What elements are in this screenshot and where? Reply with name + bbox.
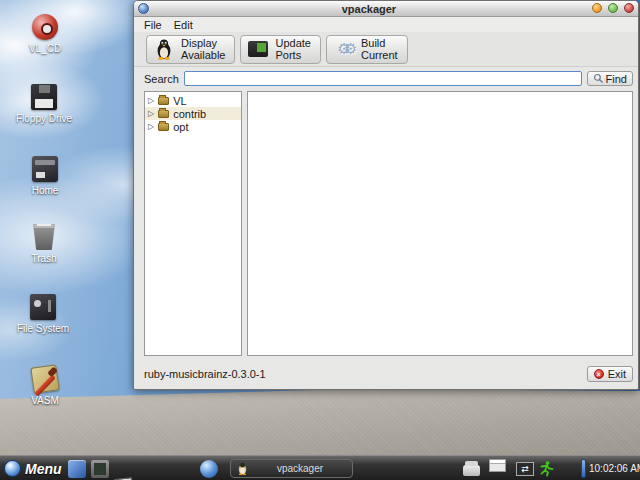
volume-slider[interactable] [581,459,586,478]
update-ports-button[interactable]: Update Ports [240,35,320,64]
web-browser-icon[interactable] [200,460,218,478]
minimize-button[interactable] [592,3,602,13]
desktop-icon-home[interactable]: Home [12,156,78,196]
expander-icon[interactable]: ▷ [148,110,154,118]
hard-disk-icon [30,294,56,320]
wallpaper-dune [0,385,640,455]
magnifier-icon [593,73,604,84]
desktop-icon-label: Home [32,185,59,196]
desktop-icon-label: Trash [31,253,56,264]
start-menu-button[interactable]: Menu [4,458,62,479]
desktop-icon-label: VASM [31,395,59,406]
tux-penguin-icon [237,462,248,475]
folder-icon [158,123,169,131]
package-icon[interactable] [68,460,86,478]
monitor-icon [247,38,269,60]
button-label: Update Ports [275,37,310,61]
network-monitor-icon[interactable]: ⇄ [516,462,534,476]
search-input[interactable] [184,71,582,86]
folder-icon [158,110,169,118]
vpackager-window: vpackager File Edit [133,0,639,390]
gears-icon: ⚙⚙ [333,38,355,60]
menu-edit[interactable]: Edit [174,19,193,31]
task-button-vpackager[interactable]: vpackager [230,459,353,478]
exit-icon: × [594,369,604,379]
titlebar-buttons [589,3,634,15]
exit-button[interactable]: × Exit [587,366,633,382]
search-label: Search [144,73,179,85]
task-button-label: vpackager [254,463,346,474]
find-label: Find [606,73,627,85]
menu-label: Menu [25,461,62,477]
maximize-button[interactable] [608,3,618,13]
desktop-icon-floppy-drive[interactable]: Floppy Drive [11,84,77,124]
window-title: vpackager [149,3,589,15]
floppy-disk-icon [31,84,57,110]
home-drive-icon [32,156,58,182]
desktop-icon-vasm[interactable]: VASM [12,366,78,406]
menubar: File Edit [134,17,638,32]
desktop-icon-label: File System [17,323,69,334]
display-settings-icon[interactable] [91,460,109,478]
cd-disc-icon [32,14,58,40]
expander-icon[interactable]: ▷ [148,97,154,105]
run-icon[interactable] [538,460,554,477]
folder-icon [158,97,169,105]
window-tray-icon[interactable] [489,459,506,472]
desktop-icon-label: VL_CD [29,43,61,54]
category-tree[interactable]: ▷ VL ▷ contrib ▷ opt [144,91,242,356]
removable-device-icon[interactable] [463,465,480,476]
statusbar: ruby-musicbrainz-0.3.0-1 × Exit [134,359,638,389]
menu-file[interactable]: File [144,19,162,31]
toolbar: Display Available Update Ports ⚙⚙ Build … [134,32,638,67]
find-button[interactable]: Find [587,71,633,86]
taskbar: Menu vpackager ⇄ 10:02:06 AM [0,455,640,480]
button-label: Display Available [181,37,225,61]
tree-item-vl[interactable]: ▷ VL [145,94,241,107]
taskbar-clock[interactable]: 10:02:06 AM [589,463,640,474]
desktop-icon-vl-cd[interactable]: VL_CD [12,14,78,54]
button-label: Build Current [361,37,398,61]
window-menu-icon[interactable] [138,3,149,14]
tree-item-opt[interactable]: ▷ opt [145,120,241,133]
search-row: Search Find [134,67,638,90]
tux-penguin-icon [153,38,175,60]
menu-orb-icon [4,460,21,477]
build-current-button[interactable]: ⚙⚙ Build Current [326,35,408,64]
expander-icon[interactable]: ▷ [148,123,154,131]
status-text: ruby-musicbrainz-0.3.0-1 [144,368,266,380]
trash-can-icon [31,224,57,250]
titlebar[interactable]: vpackager [134,1,638,17]
display-available-button[interactable]: Display Available [146,35,235,64]
tree-item-contrib[interactable]: ▷ contrib [145,107,241,120]
vasm-tools-icon [30,364,59,393]
desktop-icon-trash[interactable]: Trash [11,224,77,264]
desktop-icon-label: Floppy Drive [16,113,72,124]
close-button[interactable] [624,3,634,13]
exit-label: Exit [608,368,626,380]
window-content: ▷ VL ▷ contrib ▷ opt [134,90,638,359]
desktop-icon-file-system[interactable]: File System [10,294,76,334]
package-list-panel[interactable] [247,91,633,356]
